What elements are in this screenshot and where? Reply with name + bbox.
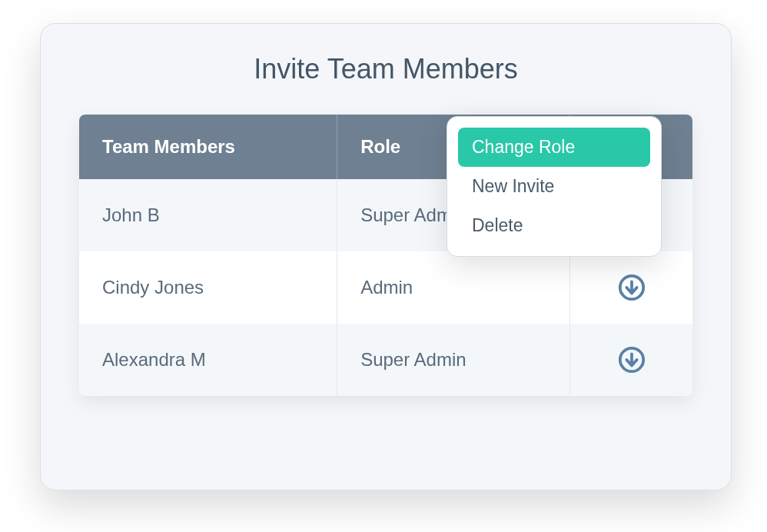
row-action-dropdown-icon[interactable] [617,273,646,302]
menu-item-new-invite[interactable]: New Invite [458,167,650,206]
menu-item-change-role[interactable]: Change Role [458,128,650,167]
cell-role: Super Admin [337,324,569,396]
team-members-card: Invite Team Members Team Members Role Jo… [40,23,732,490]
page-title: Invite Team Members [41,53,731,85]
cell-action [569,251,692,324]
cell-action [569,324,692,396]
cell-name: Cindy Jones [79,251,337,324]
row-action-menu: Change Role New Invite Delete [447,116,662,257]
cell-role: Admin [337,251,569,324]
table-row: Cindy Jones Admin [79,251,692,324]
menu-item-delete[interactable]: Delete [458,206,650,245]
table-row: Alexandra M Super Admin [79,324,692,396]
cell-name: Alexandra M [79,324,337,396]
column-header-name: Team Members [79,115,337,179]
cell-name: John B [79,179,337,251]
row-action-dropdown-icon[interactable] [617,345,646,374]
